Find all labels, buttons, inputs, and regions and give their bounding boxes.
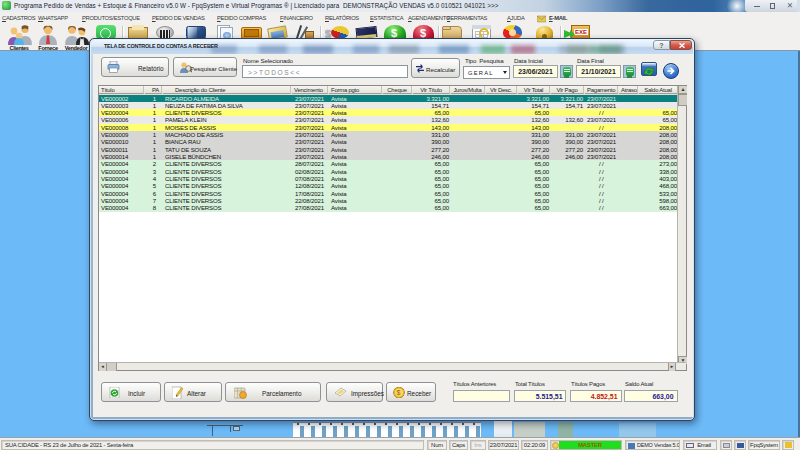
svg-text:$: $ [397,389,401,396]
